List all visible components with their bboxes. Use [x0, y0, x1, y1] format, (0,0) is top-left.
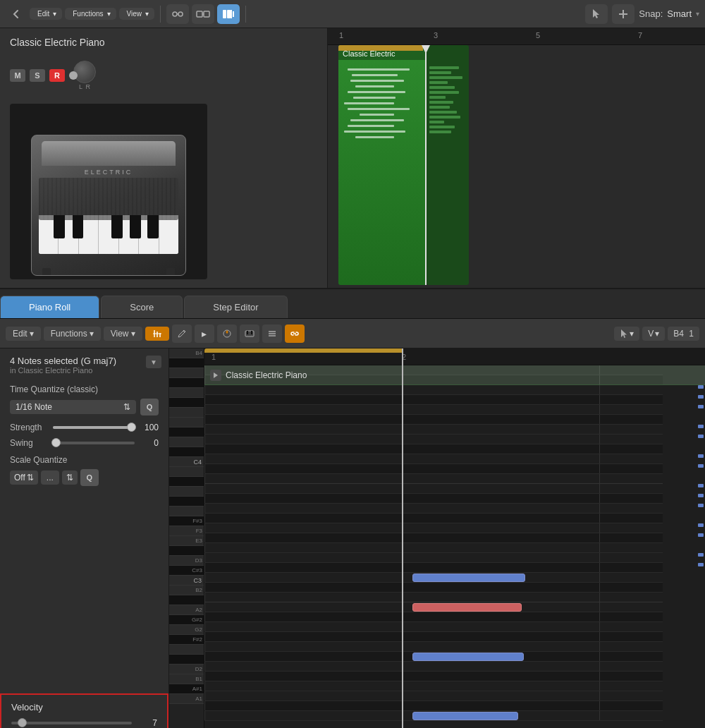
piano-key-C3[interactable]: C3 [169, 576, 204, 586]
piano-key-A1[interactable]: A1 [169, 694, 204, 704]
piano-key-A3[interactable] [169, 487, 204, 497]
view-menu-top[interactable]: View ▾ [119, 8, 155, 20]
piano-key-A4[interactable] [169, 368, 204, 378]
gold-bar-ruler [204, 348, 402, 353]
collapse-button[interactable]: ▼ [146, 356, 161, 368]
piano-key-A3[interactable] [169, 477, 204, 487]
piano-key-F4Gb4[interactable] [169, 398, 204, 408]
dots-button[interactable]: ... [41, 471, 59, 485]
pr-view-menu[interactable]: View ▾ [104, 327, 142, 341]
pr-key-select[interactable]: V ▾ [642, 327, 665, 341]
midi-note-A1[interactable] [412, 712, 518, 720]
region-notes [344, 68, 421, 142]
piano-key-A1[interactable]: A#1 [169, 684, 204, 694]
midi-icon[interactable] [217, 4, 240, 24]
edit-menu[interactable]: Edit ▾ [30, 8, 62, 20]
scale-off-select[interactable]: Off ⇅ [10, 471, 38, 485]
pan-knob[interactable] [73, 61, 96, 83]
region-dark-notes [427, 45, 469, 136]
pr-quantize-btn[interactable] [145, 327, 169, 341]
pr-edit-menu[interactable]: Edit ▾ [6, 327, 41, 341]
pr-color-icon[interactable] [217, 324, 237, 343]
swing-row: Swing 0 [10, 438, 159, 448]
splice-icon[interactable] [192, 4, 214, 24]
piano-key-D3[interactable]: D3 [169, 556, 204, 566]
pr-link-icon[interactable] [285, 324, 305, 343]
piano-key-B4[interactable]: B4 [169, 348, 204, 358]
piano-key-G4Ab4[interactable] [169, 378, 204, 388]
strength-thumb [127, 423, 136, 432]
midi-note-B2[interactable] [412, 603, 522, 612]
pr-pencil-icon[interactable] [172, 324, 192, 343]
piano-key-A4Bb4[interactable] [169, 358, 204, 368]
piano-key-G3[interactable] [169, 497, 204, 506]
playhead-triangle [422, 45, 430, 54]
velocity-slider-row: 7 [11, 718, 157, 728]
piano-key-C3[interactable]: C#3 [169, 566, 204, 576]
swing-slider[interactable] [53, 442, 135, 444]
velocity-thumb [18, 718, 27, 727]
pr-pointer-select[interactable]: ▾ [614, 327, 639, 341]
grid-row-B3 [204, 484, 663, 494]
piano-key-D2[interactable] [169, 655, 204, 665]
velocity-slider[interactable] [11, 722, 132, 724]
piano-key-F4[interactable] [169, 408, 204, 418]
pr-brush-icon[interactable]: ▸ [195, 324, 214, 343]
play-icon[interactable] [210, 370, 221, 381]
midi-region-green[interactable]: Classic Electric [338, 45, 427, 285]
tab-score[interactable]: Score [101, 296, 183, 318]
back-icon[interactable] [6, 4, 27, 24]
piano-key-E3[interactable]: E3 [169, 536, 204, 546]
solo-button[interactable]: S [30, 69, 45, 82]
functions-menu-top[interactable]: Functions ▾ [65, 8, 116, 20]
pr-note-select[interactable]: B4 1 [668, 327, 699, 341]
piano-key-B3[interactable] [169, 467, 204, 477]
strength-slider[interactable] [53, 426, 135, 429]
piano-key-C4Db4[interactable] [169, 447, 204, 457]
piano-key-E4[interactable] [169, 418, 204, 427]
tab-step-editor[interactable]: Step Editor [184, 296, 287, 318]
piano-key-G4[interactable] [169, 388, 204, 398]
piano-key-G2[interactable]: G2 [169, 625, 204, 635]
pr-midi-icon[interactable] [262, 324, 282, 343]
piano-key-F2[interactable]: F#2 [169, 635, 204, 645]
piano-key-B1[interactable]: B1 [169, 674, 204, 684]
piano-key-D4Eb4[interactable] [169, 427, 204, 437]
piano-key-A2[interactable] [169, 595, 204, 605]
piano-key-G2[interactable]: G#2 [169, 615, 204, 625]
piano-key-A2[interactable]: A2 [169, 605, 204, 615]
quantize-button[interactable]: Q [140, 399, 159, 415]
midi-region-dark[interactable] [427, 45, 469, 285]
divider-1 [160, 6, 161, 23]
connect-icon[interactable] [166, 4, 189, 24]
pr-grid-area[interactable]: 1 2 Classic Electric Piano [204, 348, 705, 728]
pr-piano-icon[interactable] [240, 324, 259, 343]
pr-functions-menu[interactable]: Functions ▾ [44, 327, 101, 341]
notes-selected: 4 Notes selected (G maj7) [10, 356, 159, 366]
pointer-tool[interactable] [585, 4, 608, 24]
quantize-select[interactable]: 1/16 Note ⇅ [10, 400, 136, 414]
piano-key-G3[interactable] [169, 506, 204, 516]
piano-key-D4[interactable] [169, 437, 204, 447]
grid-row-F4Gb4 [204, 415, 663, 425]
mute-button[interactable]: M [10, 69, 25, 82]
piano-key-D2[interactable]: D2 [169, 665, 204, 674]
record-button[interactable]: R [49, 69, 65, 82]
tab-piano-roll[interactable]: Piano Roll [0, 296, 99, 318]
piano-key-F3[interactable]: F3 [169, 526, 204, 536]
midi-note-F2[interactable] [412, 653, 524, 661]
scale-q-button[interactable]: Q [80, 469, 99, 486]
piano-key-F2[interactable] [169, 645, 204, 655]
cross-tool[interactable] [612, 4, 634, 24]
pr-track-header: Classic Electric Piano [204, 365, 705, 385]
scale-extra[interactable]: ⇅ [62, 471, 78, 485]
midi-note-D3[interactable] [412, 574, 525, 582]
gold-region-top [338, 45, 423, 51]
instrument-image: ELECTRIC [10, 104, 207, 279]
piano-key-C4[interactable]: C4 [169, 457, 204, 467]
piano-key-D3[interactable] [169, 546, 204, 556]
piano-key-B2[interactable]: B2 [169, 586, 204, 595]
snap-area: Snap: Smart ▾ [585, 4, 699, 24]
grid-row-A3 [204, 494, 663, 504]
piano-key-F3[interactable]: F#3 [169, 516, 204, 526]
